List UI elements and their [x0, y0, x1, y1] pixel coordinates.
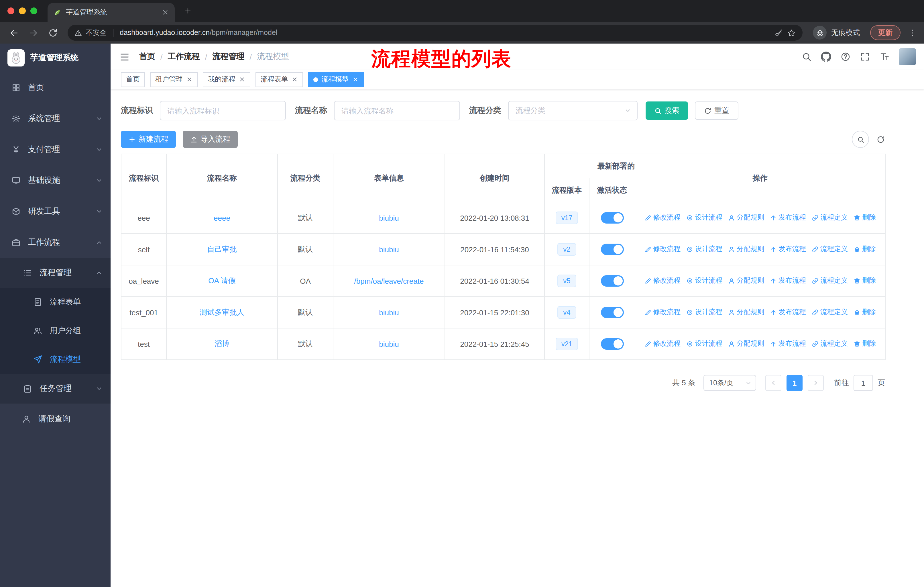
op-assign-rule-link[interactable]: 分配规则 [728, 245, 764, 254]
op-modify-link[interactable]: 修改流程 [644, 276, 681, 286]
import-model-button[interactable]: 导入流程 [183, 131, 238, 148]
hamburger-icon[interactable] [119, 51, 130, 62]
op-definition-link[interactable]: 流程定义 [812, 213, 848, 223]
sidebar-item-infrastructure[interactable]: 基础设施 [0, 165, 111, 196]
op-modify-link[interactable]: 修改流程 [644, 245, 681, 254]
model-name-link[interactable]: 自己审批 [207, 245, 237, 253]
op-design-link[interactable]: 设计流程 [686, 276, 723, 286]
op-assign-rule-link[interactable]: 分配规则 [728, 339, 764, 349]
tag-process-model[interactable]: 流程模型 [308, 72, 364, 87]
window-close-button[interactable] [7, 7, 14, 14]
op-publish-link[interactable]: 发布流程 [770, 276, 806, 286]
op-delete-link[interactable]: 删除 [853, 339, 876, 349]
active-status-toggle[interactable] [601, 244, 624, 255]
sidebar-item-dev-tools[interactable]: 研发工具 [0, 196, 111, 227]
close-icon[interactable] [239, 76, 245, 83]
op-publish-link[interactable]: 发布流程 [770, 339, 806, 349]
active-status-toggle[interactable] [601, 275, 624, 287]
search-button[interactable]: 搜索 [645, 101, 688, 120]
op-delete-link[interactable]: 删除 [853, 276, 876, 286]
op-publish-link[interactable]: 发布流程 [770, 308, 806, 317]
filter-category-select[interactable]: 流程分类 [508, 101, 638, 121]
tab-close-icon[interactable] [162, 8, 169, 16]
reload-button[interactable] [45, 25, 61, 41]
filter-key-input[interactable] [160, 101, 286, 121]
bookmark-star-icon[interactable] [787, 28, 796, 37]
fullscreen-icon[interactable] [860, 51, 870, 62]
page-size-select[interactable]: 10条/页 [703, 375, 756, 391]
close-icon[interactable] [292, 76, 298, 83]
url-bar[interactable]: 不安全 dashboard.yudao.iocoder.cn/bpm/manag… [68, 25, 803, 41]
model-name-link[interactable]: 测试多审批人 [200, 308, 244, 316]
window-minimize-button[interactable] [19, 7, 26, 14]
model-name-link[interactable]: 滔博 [214, 339, 229, 348]
prev-page-button[interactable] [765, 375, 781, 391]
breadcrumb-workflow[interactable]: 工作流程 [168, 51, 200, 62]
op-modify-link[interactable]: 修改流程 [644, 339, 681, 349]
toggle-search-button[interactable] [852, 131, 869, 148]
op-definition-link[interactable]: 流程定义 [812, 276, 848, 286]
close-icon[interactable] [186, 76, 193, 83]
font-size-icon[interactable] [879, 51, 889, 62]
sidebar-item-process-management[interactable]: 流程管理 [0, 258, 111, 288]
form-info-link[interactable]: /bpm/oa/leave/create [354, 276, 424, 285]
breadcrumb-process-management[interactable]: 流程管理 [213, 51, 244, 62]
page-number-button[interactable]: 1 [787, 375, 803, 391]
reset-button[interactable]: 重置 [695, 101, 738, 120]
tag-my-process[interactable]: 我的流程 [203, 72, 250, 87]
form-info-link[interactable]: biubiu [379, 340, 399, 348]
op-design-link[interactable]: 设计流程 [686, 308, 723, 317]
close-icon[interactable] [352, 76, 359, 83]
op-definition-link[interactable]: 流程定义 [812, 308, 848, 317]
refresh-table-button[interactable] [876, 135, 885, 144]
sidebar-item-task-management[interactable]: 任务管理 [0, 374, 111, 403]
op-modify-link[interactable]: 修改流程 [644, 213, 681, 223]
browser-menu-icon[interactable] [908, 28, 917, 38]
help-icon[interactable] [840, 51, 851, 62]
browser-tab[interactable]: 芋道管理系统 [48, 3, 175, 22]
active-status-toggle[interactable] [601, 212, 624, 223]
forward-button[interactable] [25, 25, 41, 41]
sidebar-item-user-group[interactable]: 用户分组 [0, 316, 111, 345]
goto-page-input[interactable] [853, 375, 873, 391]
op-definition-link[interactable]: 流程定义 [812, 339, 848, 349]
sidebar-item-process-form[interactable]: 流程表单 [0, 288, 111, 316]
tag-process-form[interactable]: 流程表单 [256, 72, 303, 87]
back-button[interactable] [6, 25, 22, 41]
op-delete-link[interactable]: 删除 [853, 245, 876, 254]
op-modify-link[interactable]: 修改流程 [644, 308, 681, 317]
form-info-link[interactable]: biubiu [379, 213, 399, 222]
op-delete-link[interactable]: 删除 [853, 213, 876, 223]
model-name-link[interactable]: OA 请假 [208, 276, 236, 285]
active-status-toggle[interactable] [601, 307, 624, 318]
window-zoom-button[interactable] [30, 7, 37, 14]
sidebar-item-home[interactable]: 首页 [0, 72, 111, 103]
op-assign-rule-link[interactable]: 分配规则 [728, 308, 764, 317]
next-page-button[interactable] [808, 375, 824, 391]
create-model-button[interactable]: 新建流程 [121, 131, 176, 148]
filter-name-input[interactable] [334, 101, 460, 121]
op-publish-link[interactable]: 发布流程 [770, 213, 806, 223]
op-definition-link[interactable]: 流程定义 [812, 245, 848, 254]
op-assign-rule-link[interactable]: 分配规则 [728, 213, 764, 223]
breadcrumb-home[interactable]: 首页 [139, 51, 155, 62]
sidebar-item-process-model[interactable]: 流程模型 [0, 345, 111, 374]
avatar[interactable] [899, 48, 916, 65]
sidebar-item-payment[interactable]: 支付管理 [0, 134, 111, 165]
sidebar-item-system[interactable]: 系统管理 [0, 103, 111, 134]
browser-update-button[interactable]: 更新 [870, 25, 901, 40]
search-icon[interactable] [802, 51, 812, 62]
security-warning-icon[interactable] [74, 29, 82, 36]
op-design-link[interactable]: 设计流程 [686, 245, 723, 254]
sidebar-item-workflow[interactable]: 工作流程 [0, 227, 111, 258]
password-key-icon[interactable] [774, 28, 783, 37]
op-publish-link[interactable]: 发布流程 [770, 245, 806, 254]
sidebar-item-leave-query[interactable]: 请假查询 [0, 403, 111, 435]
form-info-link[interactable]: biubiu [379, 308, 399, 317]
op-assign-rule-link[interactable]: 分配规则 [728, 276, 764, 286]
tag-tenant-management[interactable]: 租户管理 [150, 72, 198, 87]
model-name-link[interactable]: eeee [214, 213, 230, 222]
github-icon[interactable] [821, 51, 831, 62]
tag-home[interactable]: 首页 [121, 72, 145, 87]
active-status-toggle[interactable] [601, 338, 624, 350]
